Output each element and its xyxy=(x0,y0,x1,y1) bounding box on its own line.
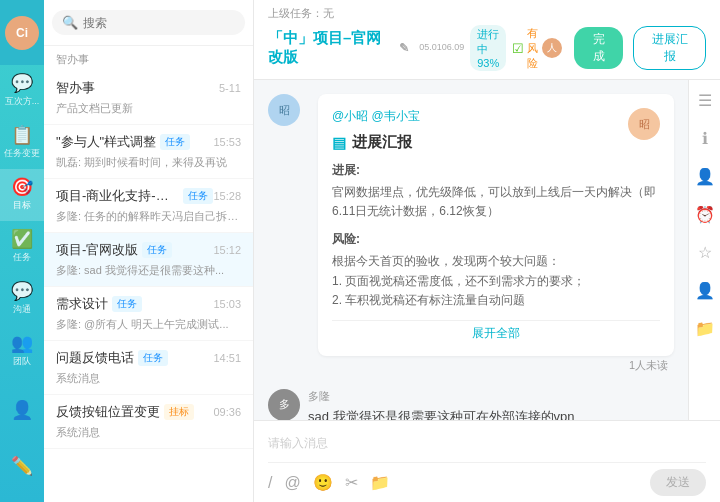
goals-icon: 🎯 xyxy=(11,178,33,196)
task-badge: 任务 xyxy=(160,134,190,150)
send-button[interactable]: 发送 xyxy=(650,469,706,496)
message-card: @小昭 @韦小宝 ▤ 进展汇报 进展: 官网数据埋点，优先级降低，可以放到上线后… xyxy=(318,94,674,356)
list-item[interactable]: 需求设计 任务 15:03 多隆: @所有人 明天上午完成测试... xyxy=(44,287,253,341)
nav-bottom: 👤 ✏️ xyxy=(0,384,44,502)
attachment-icon[interactable]: 📁 xyxy=(370,473,390,492)
mention-icon[interactable]: @ xyxy=(284,474,300,492)
list-icon[interactable]: ☰ xyxy=(693,88,717,112)
risk-badge: ☑ 有风险 xyxy=(512,26,538,71)
sidebar-nav: Ci 💬 互次方... 📋 任务变更 🎯 目标 ✅ 任务 💬 沟通 👥 团队 👤… xyxy=(0,0,44,502)
search-icon: 🔍 xyxy=(62,15,78,30)
avatar-group: 人 xyxy=(544,36,564,60)
progress-section-title: 进展: xyxy=(332,162,660,179)
chat-header: 上级任务：无 「中」项目–官网改版 ✎ 05.01 06.09 进行中 xyxy=(254,0,720,80)
input-placeholder-text[interactable]: 请输入消息 xyxy=(268,431,706,463)
sidebar-item-channel[interactable]: 💬 沟通 xyxy=(0,273,44,325)
chat-main: 上级任务：无 「中」项目–官网改版 ✎ 05.01 06.09 进行中 xyxy=(254,0,720,502)
sender-avatar: 昭 xyxy=(268,94,300,126)
progress-content: 官网数据埋点，优先级降低，可以放到上线后一天内解决（即6.11日无统计数据，6.… xyxy=(332,183,660,221)
progress-badge: 进行中 93% xyxy=(470,25,506,71)
avatar: 人 xyxy=(540,36,564,60)
right-panel: ☰ ℹ 👤 ⏰ ☆ 👤 📁 xyxy=(688,80,720,420)
report-icon: ▤ xyxy=(332,134,346,152)
messages-icon: 💬 xyxy=(11,74,33,92)
scissors-icon[interactable]: ✂ xyxy=(345,473,358,492)
channel-icon: 💬 xyxy=(11,282,33,300)
member-icon[interactable]: 👤 xyxy=(693,164,717,188)
sidebar-item-profile[interactable]: 👤 xyxy=(0,384,44,436)
sidebar-item-edit[interactable]: ✏️ xyxy=(0,440,44,492)
search-bar: 🔍 xyxy=(44,0,253,46)
star-icon[interactable]: ☆ xyxy=(693,240,717,264)
task-badge: 任务 xyxy=(112,296,142,312)
people-icon[interactable]: 👤 xyxy=(693,278,717,302)
mark-badge: 挂标 xyxy=(164,404,194,420)
profile-icon: 👤 xyxy=(11,401,33,419)
sidebar-item-messages[interactable]: 💬 互次方... xyxy=(0,65,44,117)
emoji-icon[interactable]: 🙂 xyxy=(313,473,333,492)
superior-task-label: 上级任务：无 xyxy=(268,6,334,21)
msg-card-title: ▤ 进展汇报 xyxy=(332,133,660,152)
sender-avatar: 多 xyxy=(268,389,300,420)
conversation-list: 🔍 智办事 智办事 5-11 产品文档已更新 "参与人"样式调整 任务 15:5… xyxy=(44,0,254,502)
sender-name: 多隆 xyxy=(308,389,575,404)
search-input[interactable] xyxy=(83,16,235,30)
task-badge: 任务 xyxy=(183,188,213,204)
folder-icon[interactable]: 📁 xyxy=(693,316,717,340)
progress-section: 05.01 06.09 进行中 93% ☑ 有风险 人 xyxy=(419,25,564,71)
task-badge: 任务 xyxy=(142,242,172,258)
expand-button[interactable]: 展开全部 xyxy=(332,320,660,342)
edit-project-icon[interactable]: ✎ xyxy=(399,41,409,55)
risk-section-title: 风险: xyxy=(332,231,660,248)
list-item-active[interactable]: 项目-官网改版 任务 15:12 多隆: sad 我觉得还是很需要这种... xyxy=(44,233,253,287)
info-icon[interactable]: ℹ xyxy=(693,126,717,150)
chat-input-area: 请输入消息 / @ 🙂 ✂ 📁 发送 xyxy=(254,420,720,502)
toolbar-icons: / @ 🙂 ✂ 📁 xyxy=(268,473,390,492)
nav-avatar[interactable]: Ci xyxy=(0,0,44,65)
check-icon: ☑ xyxy=(512,41,524,56)
report-button[interactable]: 进展汇报 xyxy=(633,26,706,70)
chat-body: 昭 @小昭 @韦小宝 ▤ 进展汇报 进展: 官网数据埋点，优先级降低，可以放到上… xyxy=(254,80,688,420)
message-text: sad 我觉得还是很需要这种可在外部连接的vpn xyxy=(308,407,575,420)
sidebar-item-tasks-change[interactable]: 📋 任务变更 xyxy=(0,117,44,169)
unread-badge: 1人未读 xyxy=(308,356,674,375)
card-avatar: 昭 xyxy=(628,108,660,140)
list-item[interactable]: "参与人"样式调整 任务 15:53 凯磊: 期到时候看时间，来得及再说 xyxy=(44,125,253,179)
clock-icon[interactable]: ⏰ xyxy=(693,202,717,226)
message-plain: 多 多隆 sad 我觉得还是很需要这种可在外部连接的vpn xyxy=(268,385,674,420)
chat-toolbar: / @ 🙂 ✂ 📁 发送 xyxy=(268,469,706,496)
list-item[interactable]: 项目-商业化支持-免费策... 任务 15:28 多隆: 任务的的解释昨天冯启自… xyxy=(44,179,253,233)
check-icon: ✅ xyxy=(11,230,33,248)
list-item[interactable]: 智办事 5-11 产品文档已更新 xyxy=(44,71,253,125)
sidebar-item-team[interactable]: 👥 团队 xyxy=(0,325,44,377)
list-item[interactable]: 反馈按钮位置变更 挂标 09:36 系统消息 xyxy=(44,395,253,449)
complete-button[interactable]: 完成 xyxy=(574,27,623,69)
user-avatar: Ci xyxy=(5,16,39,50)
team-icon: 👥 xyxy=(11,334,33,352)
conv-group-label: 智办事 xyxy=(44,46,253,71)
project-title: 「中」项目–官网改版 ✎ xyxy=(268,29,409,67)
tasks-icon: 📋 xyxy=(11,126,33,144)
risk-content: 根据今天首页的验收，发现两个较大问题：1. 页面视觉稿还需度低，还不到需求方的要… xyxy=(332,252,660,310)
sidebar-item-tasks[interactable]: ✅ 任务 xyxy=(0,221,44,273)
sidebar-item-goals[interactable]: 🎯 目标 xyxy=(0,169,44,221)
list-item[interactable]: 问题反馈电话 任务 14:51 系统消息 xyxy=(44,341,253,395)
slash-icon[interactable]: / xyxy=(268,474,272,492)
msg-mention: @小昭 @韦小宝 xyxy=(332,108,660,125)
task-badge: 任务 xyxy=(138,350,168,366)
edit-icon: ✏️ xyxy=(11,457,33,475)
